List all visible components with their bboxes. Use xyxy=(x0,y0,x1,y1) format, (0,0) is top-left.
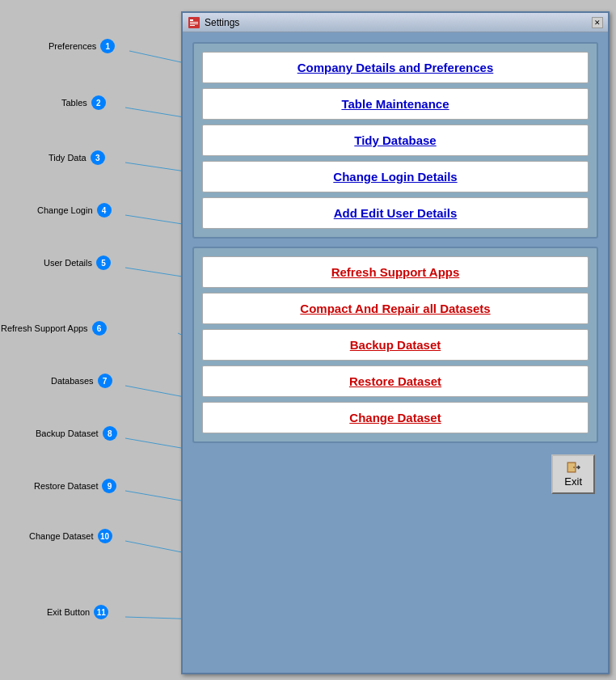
label-restore-dataset: Restore Dataset 9 xyxy=(34,479,116,493)
label-tidy-data: Tidy Data 3 xyxy=(49,150,105,165)
settings-window: Settings ✕ Company Details and Preferenc… xyxy=(181,11,610,674)
change-login-button[interactable]: Change Login Details xyxy=(202,161,589,192)
titlebar: Settings ✕ xyxy=(183,13,608,32)
refresh-support-button[interactable]: Refresh Support Apps xyxy=(202,256,589,288)
change-dataset-button[interactable]: Change Dataset xyxy=(202,402,589,433)
close-button[interactable]: ✕ xyxy=(592,17,603,28)
compact-repair-button[interactable]: Compact And Repair all Datasets xyxy=(202,293,589,324)
restore-dataset-button[interactable]: Restore Dataset xyxy=(202,365,589,397)
backup-dataset-button[interactable]: Backup Dataset xyxy=(202,329,589,361)
preferences-panel: Company Details and Preferences Table Ma… xyxy=(192,42,598,239)
exit-label: Exit xyxy=(564,475,582,488)
label-tables: Tables 2 xyxy=(61,95,106,110)
table-maintenance-button[interactable]: Table Maintenance xyxy=(202,88,589,120)
exit-area: Exit xyxy=(192,454,598,494)
svg-rect-13 xyxy=(190,22,198,23)
label-preferences: Preferences 1 xyxy=(49,39,115,53)
label-databases: Databases 7 xyxy=(51,374,112,388)
svg-rect-12 xyxy=(190,19,193,21)
company-details-button[interactable]: Company Details and Preferences xyxy=(202,52,589,83)
data-panel: Refresh Support Apps Compact And Repair … xyxy=(192,247,598,443)
exit-icon xyxy=(566,461,580,474)
label-change-dataset: Change Dataset 10 xyxy=(29,529,112,543)
exit-button[interactable]: Exit xyxy=(551,454,595,494)
window-content: Company Details and Preferences Table Ma… xyxy=(183,32,608,673)
app-icon xyxy=(188,16,200,29)
label-change-login: Change Login 4 xyxy=(37,203,112,218)
label-refresh-support: Refresh Support Apps 6 xyxy=(1,321,107,336)
label-user-details: User Details 5 xyxy=(44,256,111,270)
svg-rect-15 xyxy=(190,25,195,26)
svg-rect-14 xyxy=(190,23,198,24)
label-exit-button: Exit Button 11 xyxy=(47,605,108,619)
label-backup-dataset: Backup Dataset 8 xyxy=(36,426,117,441)
svg-point-19 xyxy=(573,467,575,468)
window-title: Settings xyxy=(205,17,239,28)
tidy-database-button[interactable]: Tidy Database xyxy=(202,125,589,156)
add-edit-user-button[interactable]: Add Edit User Details xyxy=(202,197,589,229)
